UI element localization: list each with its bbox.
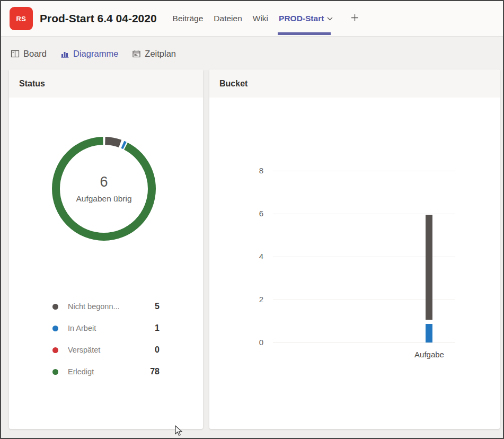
legend-row-not-started: Nicht begonn... 5: [52, 301, 160, 312]
toolbar-item-label: Zeitplan: [145, 49, 176, 59]
legend-label: Nicht begonn...: [68, 302, 155, 311]
legend-value: 78: [150, 367, 160, 376]
toolbar-item-board[interactable]: Board: [11, 49, 47, 59]
channel-title: Prod-Start 6.4 04-2020: [40, 12, 157, 25]
y-axis-tick: 0: [245, 337, 263, 348]
tab-wiki[interactable]: Wiki: [247, 1, 273, 36]
bucket-bar-chart: 8 6 4 2 0 Aufgabe: [273, 171, 455, 343]
toolbar-item-label: Board: [23, 49, 47, 59]
stacked-bar-aufgabe: [426, 171, 432, 343]
gridline: [273, 343, 455, 343]
legend-dot: [52, 326, 58, 331]
tab-prod-start[interactable]: PROD-Start: [273, 1, 338, 36]
toolbar-item-label: Diagramme: [73, 49, 118, 59]
legend-row-done: Erledigt 78: [52, 366, 160, 377]
toolbar-item-zeitplan[interactable]: Zeitplan: [132, 49, 176, 59]
status-card: Status 6 Aufgaben übrig Nicht begonn... …: [9, 69, 203, 429]
legend-row-late: Verspätet 0: [52, 345, 160, 355]
status-donut-chart: 6 Aufgaben übrig: [46, 130, 162, 247]
planner-toolbar: Board Diagramme: [1, 37, 503, 70]
legend-label: Verspätet: [68, 346, 155, 354]
status-card-title: Status: [9, 69, 203, 98]
x-axis-category-label: Aufgabe: [414, 350, 444, 359]
legend-value: 0: [155, 345, 160, 355]
bucket-card: Bucket 8 6 4 2 0 Aufgabe: [209, 69, 500, 429]
tab-label: Wiki: [253, 14, 268, 23]
legend-value: 5: [155, 302, 160, 311]
tab-dateien[interactable]: Dateien: [208, 1, 247, 36]
y-axis-tick: 8: [245, 165, 263, 176]
legend-label: In Arbeit: [68, 324, 155, 332]
legend-dot: [52, 369, 58, 375]
legend-value: 1: [155, 323, 160, 333]
legend-row-in-progress: In Arbeit 1: [52, 323, 160, 333]
bar-segment-in-arbeit: [426, 324, 432, 343]
y-axis-tick: 4: [245, 251, 263, 262]
legend-label: Erledigt: [68, 367, 150, 376]
donut-svg: [46, 130, 162, 247]
legend-dot: [52, 347, 58, 353]
chart-icon: [60, 49, 69, 58]
toolbar-item-diagramme[interactable]: Diagramme: [60, 49, 118, 59]
calendar-icon: [132, 49, 141, 58]
tab-label: PROD-Start: [279, 14, 324, 23]
tab-label: Dateien: [214, 14, 242, 23]
y-axis-tick: 6: [245, 208, 263, 219]
tab-beitraege[interactable]: Beiträge: [167, 1, 209, 36]
add-tab-button[interactable]: [347, 14, 363, 24]
chevron-down-icon: [327, 17, 333, 21]
teams-window: RS Prod-Start 6.4 04-2020 Beiträge Datei…: [0, 0, 504, 439]
legend-dot: [52, 304, 58, 310]
bar-segment-nicht-begonnen: [426, 215, 432, 320]
board-icon: [11, 49, 20, 58]
status-legend: Nicht begonn... 5 In Arbeit 1 Verspätet …: [52, 301, 160, 388]
y-axis-tick: 2: [245, 294, 263, 305]
plus-icon: [351, 14, 359, 24]
bucket-card-title: Bucket: [209, 69, 500, 98]
tab-label: Beiträge: [173, 14, 204, 23]
channel-tabs: Beiträge Dateien Wiki PROD-Start: [167, 1, 339, 36]
channel-header: RS Prod-Start 6.4 04-2020 Beiträge Datei…: [1, 1, 503, 37]
team-avatar[interactable]: RS: [10, 7, 33, 30]
